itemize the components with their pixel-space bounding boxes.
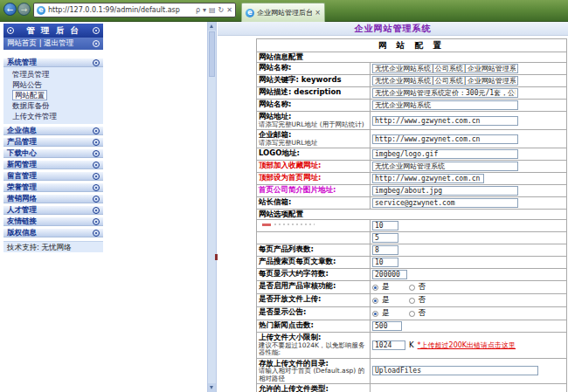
radio-product-audit-否[interactable] [409,285,415,291]
scroll-up-icon[interactable] [208,22,216,31]
radio-file-upload-open-是[interactable] [372,298,378,304]
radio-show-notice-是[interactable] [372,311,378,317]
input-product-search-per-page[interactable] [372,258,398,267]
back-button[interactable]: ← [3,3,17,16]
label-upload-size-limit: 上传文件大小限制:建议不要超过1024K，以免影响服务器性能: [257,333,371,358]
browser-tab[interactable]: e 企业网站管理后台 × [241,3,325,22]
sidebar-section-9[interactable]: 友情链接 [3,217,103,226]
home-link[interactable]: 网站首页 [7,38,37,47]
scrollbar-thumb[interactable] [209,31,215,77]
value-keywords [371,75,566,86]
sidebar-section-label: 版权信息 [7,228,37,238]
collapse-icon[interactable] [93,162,100,168]
collapse-icon[interactable] [93,59,100,66]
forward-arrow-icon: → [21,5,28,14]
row-logo-path: LOGO地址: [256,148,567,161]
label-webmaster-mail: 站长信箱: [257,197,371,209]
scroll-down-icon[interactable] [208,383,216,392]
sidebar-section-8[interactable]: 人才管理 [3,205,103,215]
collapse-icon[interactable] [93,218,100,225]
input-option-2[interactable] [372,233,398,243]
sidebar-section-6[interactable]: 荣誉管理 [3,182,103,192]
radio-show-notice-否[interactable] [409,311,415,317]
sidebar-section-label: 新闻管理 [7,160,37,170]
input-chars-per-page[interactable] [372,270,407,279]
input-description[interactable] [372,88,518,98]
sidebar-section-1[interactable]: 企业信息 [3,126,103,135]
sidebar-section-5[interactable]: 留言管理 [3,171,103,181]
input-logo-path[interactable] [372,149,518,159]
collapse-icon[interactable] [93,150,100,157]
sidebar-item-数据库备份[interactable]: 数据库备份 [3,100,103,111]
input-site-url[interactable] [372,116,518,126]
input-company-mail[interactable] [372,134,518,144]
collapse-icon[interactable] [93,127,100,134]
sidebar-item-网站配置[interactable]: 网站配置 [3,90,103,100]
label-upload-types: 允许的上传文件类型:只输入扩展名，每种文件类型用 "|" 号分开。 [257,384,371,392]
collapse-icon[interactable] [93,173,100,180]
label-description: 网站描述: description [257,87,371,99]
input-about-image[interactable] [372,186,518,196]
collapse-icon[interactable] [93,207,100,214]
stop-icon[interactable]: ✕ [226,6,232,14]
note-link-upload-size-limit[interactable]: *上传超过200K出错请点击这里 [418,340,516,350]
option-section: 网站选项配置 [256,210,567,220]
sidebar-item-网站公告[interactable]: 网站公告 [3,79,103,90]
radio-product-audit-是[interactable] [372,285,378,291]
sidebar-section-3[interactable]: 下载中心 [3,148,103,158]
support-text: 技术支持: 无忧网络 [3,241,103,252]
collapse-icon[interactable] [93,196,100,203]
value-site-url [371,112,566,129]
collapse-icon[interactable] [93,230,100,237]
radio-label-product-audit-是: 是 [382,282,390,292]
input-site-name[interactable] [372,64,518,73]
sidebar-item-管理员管理[interactable]: 管理员管理 [3,69,103,79]
page: 管 理 后 台 网站首页 | 退出管理 系统管理管理员管理网站公告网站配置数据库… [0,22,568,392]
admin-icon [7,27,14,34]
row-option-1 [256,220,567,232]
sidebar-section-7[interactable]: 营销网络 [3,194,103,203]
dropdown-icon[interactable]: ▾ [203,6,206,14]
panel-toggle-icon[interactable] [93,27,100,34]
input-favorite-title[interactable] [372,162,518,171]
input-upload-size-limit[interactable] [372,340,405,350]
sidebar-section-0[interactable]: 系统管理 [3,58,103,67]
collapse-icon[interactable] [93,40,100,47]
input-upload-dir[interactable] [372,366,538,375]
radio-label-show-notice-否: 否 [419,308,426,319]
screen: ← → e http://127.0.0.1:99/admin/default.… [0,0,568,392]
refresh-icon[interactable]: ↻ [218,6,225,14]
row-webmaster-mail: 站长信箱: [256,197,567,210]
logout-link[interactable]: 退出管理 [44,38,73,47]
input-webmaster-mail[interactable] [372,198,518,208]
value-chars-per-page [371,269,566,280]
sidebar-section-label: 企业信息 [7,126,37,136]
tab-title: 企业网站管理后台 [257,8,312,17]
forward-button[interactable]: → [17,3,31,16]
page-title: 企业网站管理系统 [218,22,568,36]
input-homepage-url[interactable] [372,174,484,183]
input-option-1[interactable] [372,221,398,230]
sidebar-section-2[interactable]: 产品管理 [3,137,103,147]
left-frame-scrollbar[interactable] [207,22,217,392]
url-text[interactable]: http://127.0.0.1:99/admin/default.asp [48,6,196,14]
input-products-per-page[interactable] [372,245,398,255]
input-hot-news-clicks[interactable] [372,321,402,331]
value-upload-dir [371,359,566,384]
input-keywords[interactable] [372,76,518,86]
label-site-name: 网站名称: [257,63,371,74]
row-site-name: 网站名称: [256,63,567,75]
row-file-upload-open: 是否开放文件上传:是否 [256,294,567,307]
label-chars-per-page: 每页显示大约字符数: [257,269,371,280]
sidebar-item-上传文件管理[interactable]: 上传文件管理 [3,111,103,121]
collapse-icon[interactable] [93,139,100,146]
collapse-icon[interactable] [93,184,100,191]
input-site-short-name[interactable] [372,100,518,110]
sidebar-section-4[interactable]: 新闻管理 [3,160,103,169]
sidebar-section-10[interactable]: 版权信息 [3,228,103,237]
radio-file-upload-open-否[interactable] [409,298,415,304]
compatibility-icon[interactable]: ▤ [209,6,216,14]
address-bar[interactable]: e http://127.0.0.1:99/admin/default.asp … [33,3,236,17]
tab-close-icon[interactable]: × [315,9,321,17]
search-icon[interactable]: ρ [196,6,200,14]
